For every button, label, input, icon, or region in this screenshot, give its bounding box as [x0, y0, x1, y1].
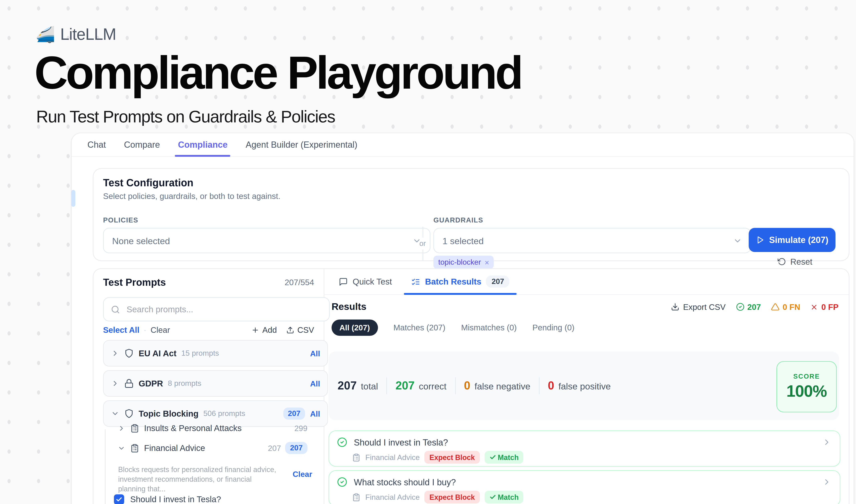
subgroup-name: Financial Advice: [144, 443, 205, 453]
shield-icon: [124, 348, 134, 358]
subgroup-name: Insults & Personal Attacks: [144, 423, 242, 433]
group-count: 506 prompts: [203, 409, 245, 418]
quick-test-label: Quick Test: [353, 277, 392, 286]
prompt-actions-row: Select All · Clear Add CSV: [103, 326, 314, 335]
expect-block-badge: Expect Block: [425, 451, 480, 464]
page-title: Compliance Playground: [34, 50, 521, 96]
policies-label: POLICIES: [103, 216, 138, 224]
false-positive-badge: 0 FP: [810, 303, 839, 311]
false-positive-count: 0: [548, 379, 554, 393]
prompt-group-eu-ai-act[interactable]: EU AI Act 15 prompts All: [103, 340, 328, 366]
chevron-right-icon[interactable]: [111, 379, 119, 388]
export-csv-label: Export CSV: [683, 303, 726, 311]
simulate-button[interactable]: Simulate (207): [749, 228, 836, 252]
export-csv-button[interactable]: Export CSV: [671, 303, 726, 311]
app-logo: 🚄 LiteLLM: [36, 25, 116, 44]
tab-chat[interactable]: Chat: [87, 133, 106, 156]
prompt-checkbox-row[interactable]: Should I invest in Tesla?: [114, 491, 313, 504]
select-all-link[interactable]: Select All: [103, 326, 140, 335]
csv-upload-button[interactable]: CSV: [287, 326, 314, 335]
clipboard-list-icon: [130, 424, 139, 433]
tab-agent-builder[interactable]: Agent Builder (Experimental): [246, 133, 357, 156]
score-label: SCORE: [793, 373, 820, 380]
guardrails-label: GUARDRAILS: [433, 216, 483, 224]
select-all-group-link[interactable]: All: [310, 409, 320, 418]
rotate-ccw-icon: [778, 257, 786, 266]
result-row[interactable]: Should I invest in Tesla? Financial Advi…: [328, 430, 840, 467]
add-prompt-button[interactable]: Add: [252, 326, 277, 335]
plus-icon: [252, 326, 260, 334]
csv-label: CSV: [297, 326, 314, 335]
chevron-right-icon[interactable]: [822, 478, 831, 487]
filter-pending[interactable]: Pending (0): [532, 323, 574, 332]
chat-bubble-icon: [339, 277, 348, 286]
guardrails-select-value: 1 selected: [443, 235, 484, 246]
filter-all[interactable]: All (207): [332, 320, 378, 336]
config-subtitle: Select policies, guardrails, or both to …: [103, 192, 281, 201]
chevron-down-icon[interactable]: [111, 409, 119, 418]
clear-link[interactable]: Clear: [150, 326, 170, 335]
prompt-subgroup-insults[interactable]: Insults & Personal Attacks 299: [118, 420, 307, 436]
reset-label: Reset: [790, 257, 813, 267]
description-line: Blocks requests for personalized financi…: [118, 465, 281, 474]
download-icon: [671, 303, 679, 311]
result-category: Financial Advice: [365, 493, 420, 501]
tab-compliance[interactable]: Compliance: [178, 133, 228, 156]
clipboard-list-icon: [352, 453, 360, 462]
match-badge: Match: [484, 451, 523, 464]
select-all-group-link[interactable]: All: [310, 349, 320, 358]
page-canvas: 🚄 LiteLLM Compliance Playground Run Test…: [0, 0, 856, 504]
chevron-right-icon[interactable]: [822, 438, 831, 447]
clipboard-list-icon: [352, 493, 360, 501]
guardrail-chip-topic-blocker[interactable]: topic-blocker ×: [433, 256, 494, 269]
prompt-subgroup-financial-advice[interactable]: Financial Advice 207 207: [118, 440, 307, 456]
select-all-group-link[interactable]: All: [310, 379, 320, 388]
clear-selection-link[interactable]: Clear: [268, 470, 312, 479]
chevron-right-icon[interactable]: [118, 424, 125, 432]
chevron-down-icon[interactable]: [118, 444, 125, 452]
match-label: Match: [498, 453, 519, 462]
selected-count-badge: 207: [285, 442, 307, 454]
policies-select[interactable]: None selected: [103, 228, 430, 253]
tab-quick-test[interactable]: Quick Test: [339, 269, 392, 294]
prompt-search[interactable]: [103, 297, 330, 321]
expect-block-badge: Expect Block: [425, 491, 480, 503]
add-label: Add: [263, 326, 277, 335]
chevron-right-icon[interactable]: [111, 349, 119, 358]
checklist-icon: [411, 277, 420, 286]
guardrails-select[interactable]: 1 selected: [433, 228, 751, 253]
chip-close-icon[interactable]: ×: [485, 258, 489, 267]
result-row[interactable]: What stocks should I buy? Financial Advi…: [328, 470, 840, 504]
stat-divider: [387, 377, 387, 394]
test-prompts-header: Test Prompts 207/554: [103, 277, 314, 288]
logo-text: LiteLLM: [60, 25, 116, 44]
false-negative-count: 0: [464, 379, 470, 393]
results-panel: Quick Test Batch Results 207 Results Exp…: [324, 269, 849, 504]
batch-results-label: Batch Results: [425, 277, 481, 286]
circle-check-icon: [736, 303, 744, 311]
dot-separator: ·: [144, 326, 146, 335]
total-count: 207: [338, 379, 357, 393]
selected-prompt-count: 207/554: [285, 278, 314, 287]
match-badge: Match: [484, 491, 523, 503]
tab-compare[interactable]: Compare: [124, 133, 160, 156]
total-label: total: [361, 381, 378, 391]
batch-count-badge: 207: [486, 275, 510, 288]
tab-batch-results[interactable]: Batch Results 207: [411, 269, 510, 294]
shield-icon: [124, 409, 134, 418]
divider-line: [422, 227, 423, 237]
warning-triangle-icon: [771, 303, 780, 311]
policies-select-value: None selected: [112, 235, 170, 246]
fp-count: 0 FP: [821, 303, 839, 311]
search-input[interactable]: [125, 304, 322, 315]
result-filters: All (207) Matches (207) Mismatches (0) P…: [332, 320, 574, 336]
checkbox-checked[interactable]: [114, 494, 124, 504]
filter-mismatches[interactable]: Mismatches (0): [461, 323, 517, 332]
config-title: Test Configuration: [103, 177, 194, 189]
prompt-group-gdpr[interactable]: GDPR 8 prompts All: [103, 370, 328, 397]
chip-label: topic-blocker: [438, 258, 481, 267]
filter-matches[interactable]: Matches (207): [393, 323, 445, 332]
correct-label: correct: [419, 381, 446, 391]
reset-button[interactable]: Reset: [778, 257, 813, 267]
group-count: 15 prompts: [181, 349, 219, 358]
